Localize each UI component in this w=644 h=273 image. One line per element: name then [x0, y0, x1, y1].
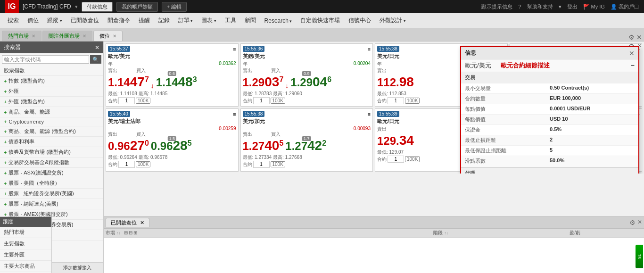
nav-appearance[interactable]: 外觀設計 [376, 15, 410, 26]
card-menu-0[interactable]: ≡ [233, 46, 236, 52]
nav-news[interactable]: 新聞 [241, 15, 260, 26]
lot-qty-2[interactable] [388, 97, 404, 104]
sidebar-item-nasdaq[interactable]: +股票 - 納斯達克(美國) [0, 199, 103, 209]
lot-qty-1[interactable] [253, 97, 270, 104]
nav-signal[interactable]: 信號中心 [345, 15, 375, 26]
col-icons: ⊞ ⊟ ⊞ [124, 230, 137, 235]
sidebar-close-icon[interactable]: ✕ [95, 44, 99, 51]
card-name-4: 美元/瑞士法郎 [108, 118, 236, 125]
buy-price-0[interactable]: 1.14483 [156, 76, 197, 89]
lot-qty-6[interactable] [388, 156, 404, 163]
left-nav-hot[interactable]: 熱門市場 [0, 227, 51, 238]
card-name-0: 歐元/美元 [108, 53, 236, 60]
card-header-4: 15:55:40 ≡ [108, 111, 236, 117]
buy-price-1[interactable]: 1.29046 [290, 74, 331, 90]
card-sub-0: 年 [108, 61, 113, 67]
tab-hot-market-close[interactable]: ✕ [32, 33, 35, 39]
modal-scroll-up[interactable]: − [631, 61, 635, 70]
card-change-4: -0.00259 [217, 126, 236, 131]
search-input[interactable] [2, 55, 89, 64]
nav-track[interactable]: 跟蹤 [43, 15, 66, 26]
sidebar-item-commodities-micro[interactable]: +商品、金屬、能源 (微型合約) [0, 126, 103, 137]
tab-close-icon[interactable]: ✕ [636, 33, 642, 41]
nav-custom[interactable]: 自定義快速市場 [297, 15, 344, 26]
col-phase[interactable]: 階段 ↑↓ [374, 230, 508, 236]
tab-watchlist-close[interactable]: ✕ [83, 33, 86, 39]
sidebar-item-commodities[interactable]: +商品、金屬、能源 [0, 107, 103, 117]
left-nav-panel: 跟蹤 熱門市場 主要指數 主要外匯 主要大宗商品 [0, 216, 52, 273]
sidebar-item-index-micro[interactable]: +指數 (微型合約) [0, 76, 103, 86]
tab-gear-icon[interactable]: ⚙ [628, 33, 635, 41]
add-feed-button[interactable]: 添加數據接入 [52, 263, 104, 273]
tab-watchlist[interactable]: 關注外匯市場 ✕ [42, 31, 92, 41]
bottom-close-icon[interactable]: ✕ [637, 219, 642, 226]
search-button[interactable]: 🔍 [90, 55, 101, 64]
left-nav-indices[interactable]: 主要指數 [0, 238, 51, 249]
help-icon[interactable]: ? [518, 4, 521, 9]
bottom-gear-icon[interactable]: ⚙ [629, 219, 636, 226]
sell-price-0[interactable]: 1.14477 [108, 76, 149, 89]
card-change-1: 0.00204 [354, 61, 371, 67]
tab-account[interactable]: 我的帳戶餘額 [116, 2, 158, 12]
logout[interactable]: 登出 [567, 3, 578, 10]
sidebar-item-bonds-micro[interactable]: +債券及貨幣市場 (微型合約) [0, 147, 103, 157]
sidebar-item-forex-micro[interactable]: +外匯 (微型合約) [0, 97, 103, 107]
lot-badge-1: 100K [271, 98, 285, 104]
nav-charts[interactable]: 圖表 [198, 15, 220, 26]
nav-research[interactable]: Research [261, 16, 296, 26]
sidebar-item-us-full[interactable]: +股票 - 美國（全時段） [0, 178, 103, 189]
edit-btn[interactable]: + 編輯 [162, 2, 187, 12]
left-nav-forex[interactable]: 主要外匯 [0, 249, 51, 261]
sidebar-item-bonds[interactable]: +債券和利率 [0, 137, 103, 147]
sort-market[interactable]: ↑↓ [116, 231, 121, 235]
my-account[interactable]: 👤 我的戶口 [611, 3, 639, 10]
sell-price-2[interactable]: 112.98 [377, 74, 414, 90]
sell-price-1[interactable]: 1.29037 [243, 74, 284, 90]
tab-price[interactable]: 價位 ✕ [93, 31, 123, 41]
help-support[interactable]: 幫助和支持 [527, 3, 553, 10]
sell-price-4[interactable]: 0.96270 [108, 138, 149, 153]
nav-history[interactable]: 記錄 [155, 15, 173, 26]
spread-4: 1.5 [167, 136, 176, 141]
sidebar-item-etf[interactable]: +交易所交易基金&跟蹤指數 [0, 157, 103, 168]
lot-qty-4[interactable] [118, 161, 135, 168]
nav-orders[interactable]: 訂單 [174, 15, 197, 26]
my-ig[interactable]: 🚩 My IG [583, 4, 605, 10]
tab-watchlist-label: 關注外匯市場 [49, 33, 80, 40]
left-nav-commodities[interactable]: 主要大宗商品 [0, 261, 51, 272]
modal-row-min-trade: 最小交易量 0.50 Contract(s) [461, 83, 638, 94]
sidebar-item-asx[interactable]: +股票 - ASX(澳洲證交所) [0, 168, 103, 178]
tab-payment[interactable]: 付款信息 [82, 2, 113, 12]
nav-price[interactable]: 價位 [24, 15, 42, 26]
col-icon-add2[interactable]: ⊞ [133, 230, 137, 235]
sell-price-5[interactable]: 1.27405 [243, 138, 284, 153]
sidebar-item-forex[interactable]: +外匯 [0, 86, 103, 97]
modal-desc-link[interactable]: 歐元合約細節描述 [501, 61, 550, 70]
sidebar-item-crypto[interactable]: +Cryptocurrency [0, 117, 103, 126]
nav-tools[interactable]: 工具 [221, 15, 240, 26]
col-market[interactable]: 市場 ↑↓ ⊞ ⊟ ⊞ [106, 230, 374, 236]
tab-price-close[interactable]: ✕ [113, 33, 116, 39]
sort-phase[interactable]: ↑↓ [444, 231, 448, 235]
nav-open-positions[interactable]: 已開啟倉位 [67, 15, 103, 26]
card-menu-4[interactable]: ≡ [233, 111, 236, 117]
lot-qty-0[interactable] [118, 97, 135, 104]
bottom-tab-open-pos[interactable]: 已開啟倉位 ✕ [106, 218, 149, 227]
lot-qty-5[interactable] [253, 161, 270, 168]
sidebar-item-stock-index[interactable]: 股票指數 [0, 66, 103, 76]
card-menu-5[interactable]: ≡ [368, 111, 371, 117]
show-tips[interactable]: 顯示提示信息 [481, 3, 512, 10]
green-side-indicator[interactable]: 76 [636, 245, 643, 268]
nav-alerts[interactable]: 提醒 [135, 15, 154, 26]
nav-search[interactable]: 搜索 [4, 15, 23, 26]
tab-hot-market[interactable]: 熱門市場 ✕ [2, 31, 41, 41]
nav-orders-open[interactable]: 開倉指令 [104, 15, 134, 26]
col-icon-remove[interactable]: ⊟ [129, 230, 132, 235]
card-menu-1[interactable]: ≡ [368, 46, 371, 52]
modal-close-btn[interactable]: ✕ [629, 50, 635, 57]
bottom-tab-close[interactable]: ✕ [140, 220, 144, 225]
sidebar-item-nyse[interactable]: +股票 - 紐約證券交易所(美國) [0, 189, 103, 199]
col-icon-add[interactable]: ⊞ [124, 230, 128, 235]
col-pnl[interactable]: 盈/虧 [508, 230, 643, 236]
sell-price-6[interactable]: 129.34 [377, 133, 414, 148]
